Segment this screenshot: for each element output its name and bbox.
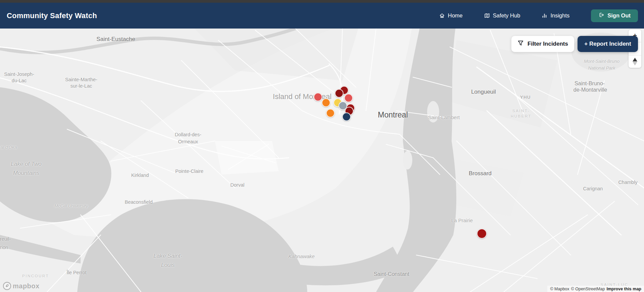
filter-incidents-button[interactable]: Filter Incidents — [511, 36, 574, 52]
nav-item-insights[interactable]: Insights — [542, 12, 569, 19]
incident-marker[interactable] — [314, 93, 322, 101]
compass-button[interactable] — [629, 55, 641, 68]
funnel-icon — [517, 40, 524, 48]
filter-incidents-label: Filter Incidents — [527, 41, 568, 47]
mapbox-logo[interactable]: mapbox — [3, 282, 40, 290]
mapbox-logo-icon — [3, 282, 11, 290]
nav-item-label: Home — [448, 12, 463, 19]
map-canvas[interactable]: Saint-EustacheSaint-Joseph-du-LacSainte-… — [0, 29, 644, 292]
map-attribution: © Mapbox © OpenStreetMap Improve this ma… — [547, 286, 644, 292]
incident-marker[interactable] — [326, 109, 335, 117]
report-incident-button[interactable]: + Report Incident — [578, 36, 638, 52]
incident-marker[interactable] — [344, 94, 353, 102]
main-nav: Home Safety Hub Insights — [439, 9, 638, 22]
nav-item-safety-hub[interactable]: Safety Hub — [484, 12, 520, 19]
bar-chart-icon — [542, 13, 547, 18]
sign-out-button[interactable]: Sign Out — [591, 9, 638, 22]
app-title: Community Safety Watch — [7, 11, 97, 20]
nav-item-home[interactable]: Home — [439, 12, 463, 19]
incident-marker[interactable] — [477, 229, 487, 239]
incident-marker[interactable] — [335, 89, 343, 98]
window-chrome-strip — [0, 0, 644, 3]
report-incident-label: + Report Incident — [584, 41, 631, 47]
logout-icon — [598, 12, 604, 19]
home-icon — [439, 13, 445, 18]
sign-out-label: Sign Out — [607, 12, 631, 19]
nav-item-label: Insights — [550, 12, 569, 19]
app-header: Community Safety Watch Home Safety Hub — [0, 3, 644, 29]
attribution-osm-link[interactable]: © OpenStreetMap — [571, 287, 605, 291]
incident-marker[interactable] — [342, 112, 351, 121]
map-base-layer — [0, 29, 644, 292]
improve-this-map-link[interactable]: Improve this map — [607, 287, 642, 291]
nav-item-label: Safety Hub — [493, 12, 520, 19]
incident-marker[interactable] — [322, 98, 330, 107]
map-icon — [484, 13, 490, 18]
mapbox-logo-text: mapbox — [13, 282, 40, 290]
compass-icon — [633, 58, 637, 65]
attribution-mapbox-link[interactable]: © Mapbox — [550, 287, 569, 291]
screen: Community Safety Watch Home Safety Hub — [0, 0, 644, 292]
